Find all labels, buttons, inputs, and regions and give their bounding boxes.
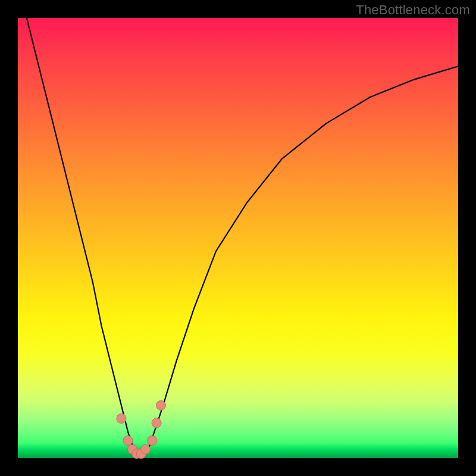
curve-layer	[18, 18, 458, 458]
watermark-text: TheBottleneck.com	[356, 2, 470, 18]
curve-marker	[148, 436, 157, 445]
curve-marker	[123, 436, 133, 445]
curve-marker	[117, 414, 126, 423]
chart-frame: TheBottleneck.com	[0, 0, 476, 476]
bottleneck-curve	[27, 18, 458, 456]
curve-marker	[156, 400, 166, 410]
marker-group	[117, 400, 166, 458]
plot-area	[18, 18, 458, 458]
curve-marker	[152, 418, 161, 428]
curve-marker	[141, 444, 151, 454]
